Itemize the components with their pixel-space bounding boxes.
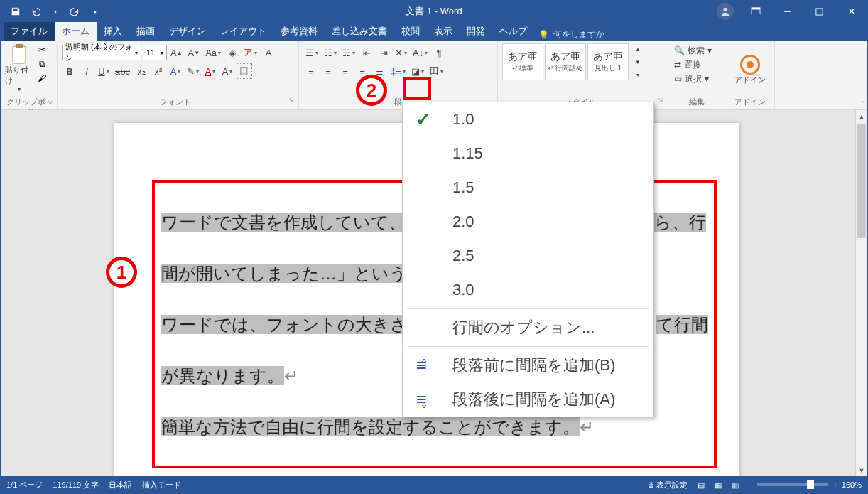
format-painter-button[interactable]: 🖌 — [35, 72, 49, 85]
insert-mode[interactable]: 挿入モード — [142, 480, 181, 490]
scroll-down-button[interactable]: ▼ — [856, 464, 867, 476]
tab-references[interactable]: 参考資料 — [273, 22, 325, 41]
tab-draw[interactable]: 描画 — [129, 22, 162, 41]
styles-scroll-up[interactable]: ▲ — [630, 43, 646, 55]
scroll-thumb[interactable] — [857, 124, 866, 238]
tab-design[interactable]: デザイン — [162, 22, 213, 41]
line-spacing-2.5[interactable]: 2.5 — [403, 239, 653, 273]
tab-developer[interactable]: 開発 — [460, 22, 492, 41]
add-space-before[interactable]: ≡̂段落前に間隔を追加(B) — [403, 348, 653, 382]
tab-mailings[interactable]: 差し込み文書 — [325, 22, 394, 41]
line-spacing-1.5[interactable]: 1.5 — [403, 171, 653, 205]
multilevel-button[interactable]: ☵ — [340, 45, 357, 60]
line-spacing-options[interactable]: 行間のオプション... — [403, 311, 653, 345]
tab-help[interactable]: ヘルプ — [492, 22, 534, 41]
enclose-chars-button[interactable]: A — [261, 45, 276, 60]
subscript-button[interactable]: x₂ — [134, 63, 149, 79]
tab-home[interactable]: ホーム — [55, 22, 97, 41]
line-spacing-button[interactable]: ‡≡ — [389, 63, 408, 79]
minimize-button[interactable]: ─ — [771, 1, 803, 22]
align-left-button[interactable]: ≡ — [303, 63, 319, 79]
decrease-indent-button[interactable]: ⇤ — [359, 45, 374, 60]
save-button[interactable] — [6, 1, 25, 21]
tab-insert[interactable]: 挿入 — [97, 22, 129, 41]
numbering-button[interactable]: ☷ — [322, 45, 339, 60]
italic-button[interactable]: I — [79, 63, 94, 79]
tab-layout[interactable]: レイアウト — [213, 22, 273, 41]
user-avatar[interactable] — [717, 3, 734, 20]
styles-gallery[interactable]: あア亜↵ 標準 あア亜↵ 行間詰め あア亜見出し 1 ▲ ▼ ▾ — [502, 43, 663, 80]
asian-layout-button[interactable]: ✕ — [393, 45, 409, 60]
clear-formatting-button[interactable]: ◈ — [224, 45, 240, 60]
tab-review[interactable]: 校閲 — [394, 22, 427, 41]
find-button[interactable]: 🔍 検索 ▾ — [673, 43, 720, 58]
vertical-scrollbar[interactable]: ▲ ▼ — [855, 110, 867, 476]
maximize-button[interactable] — [803, 1, 835, 22]
zoom-out-button[interactable]: − — [749, 480, 753, 489]
paste-button[interactable]: 貼り付け ▾ — [5, 43, 33, 97]
bullets-button[interactable]: ☰ — [303, 45, 320, 60]
styles-more[interactable]: ▾ — [630, 69, 646, 80]
align-right-button[interactable]: ≡ — [337, 63, 353, 79]
font-name-combo[interactable]: 游明朝 (本文のフォン▾ — [62, 45, 141, 60]
cut-button[interactable]: ✂ — [35, 43, 49, 56]
ribbon-display-options[interactable] — [739, 1, 771, 22]
line-spacing-1.15[interactable]: 1.15 — [403, 136, 653, 171]
bold-button[interactable]: B — [62, 63, 77, 79]
align-center-button[interactable]: ≡ — [320, 63, 336, 79]
styles-launcher[interactable]: ⇲ — [658, 97, 663, 108]
text-effects-button[interactable]: A — [168, 63, 183, 79]
strikethrough-button[interactable]: abc — [113, 63, 132, 79]
tab-view[interactable]: 表示 — [427, 22, 460, 41]
styles-scroll-down[interactable]: ▼ — [630, 56, 646, 68]
style-heading1[interactable]: あア亜見出し 1 — [587, 43, 629, 80]
borders-button[interactable]: 田 — [428, 63, 445, 79]
increase-indent-button[interactable]: ⇥ — [376, 45, 391, 60]
page-count[interactable]: 1/1 ページ — [6, 480, 43, 490]
line-spacing-3.0[interactable]: 3.0 — [403, 273, 653, 307]
underline-button[interactable]: U — [96, 63, 112, 79]
font-color-button[interactable]: A — [202, 63, 218, 79]
qat-customize[interactable]: ▾ — [86, 1, 104, 21]
change-case-button[interactable]: Aa — [203, 45, 223, 60]
shrink-font-button[interactable]: A▼ — [186, 45, 202, 60]
line-spacing-1.0[interactable]: ✓1.0 — [403, 102, 653, 136]
read-mode-view[interactable]: ▤ — [698, 480, 705, 490]
char-border-button[interactable]: 囗 — [237, 63, 252, 79]
collapse-ribbon-button[interactable]: ⌃ — [860, 100, 866, 108]
line-spacing-2.0[interactable]: 2.0 — [403, 205, 653, 239]
tab-file[interactable]: ファイル — [4, 22, 55, 41]
language-status[interactable]: 日本語 — [109, 480, 132, 490]
highlight-button[interactable]: ✎ — [185, 63, 201, 79]
redo-button[interactable] — [66, 1, 85, 21]
shading-button[interactable]: ◪ — [409, 63, 426, 79]
word-count[interactable]: 119/119 文字 — [53, 480, 99, 490]
zoom-in-button[interactable]: + — [832, 480, 837, 489]
scroll-up-button[interactable]: ▲ — [856, 110, 867, 122]
tell-me-search[interactable]: 💡 何をしますか — [538, 28, 604, 41]
clipboard-launcher[interactable]: ⇲ — [47, 99, 53, 106]
superscript-button[interactable]: x² — [151, 63, 166, 79]
phonetic-guide-button[interactable]: ア — [242, 45, 259, 60]
print-layout-view[interactable]: ▦ — [715, 480, 722, 490]
zoom-slider[interactable] — [757, 483, 828, 486]
add-space-after[interactable]: ≡̬段落後に間隔を追加(A) — [403, 382, 653, 417]
zoom-level[interactable]: 160% — [842, 480, 862, 489]
style-nospacing[interactable]: あア亜↵ 行間詰め — [545, 43, 586, 80]
select-button[interactable]: ▭ 選択 ▾ — [673, 72, 720, 86]
replace-button[interactable]: ⇄ 置換 — [673, 58, 720, 72]
grow-font-button[interactable]: A▲ — [168, 45, 185, 60]
sort-button[interactable]: A↓ — [411, 45, 430, 60]
undo-button[interactable] — [26, 1, 45, 21]
font-size-combo[interactable]: 11▾ — [143, 45, 167, 60]
undo-dropdown[interactable]: ▾ — [46, 1, 65, 21]
show-marks-button[interactable]: ¶ — [431, 45, 447, 60]
font-launcher[interactable]: ⇲ — [288, 97, 294, 108]
close-button[interactable]: ✕ — [835, 1, 867, 22]
display-settings[interactable]: 🖥 表示設定 — [646, 480, 688, 490]
copy-button[interactable]: ⧉ — [35, 58, 49, 70]
addins-icon[interactable] — [740, 55, 760, 75]
char-shading-button[interactable]: A — [219, 63, 235, 79]
web-layout-view[interactable]: ▥ — [732, 480, 739, 490]
style-normal[interactable]: あア亜↵ 標準 — [502, 43, 543, 80]
